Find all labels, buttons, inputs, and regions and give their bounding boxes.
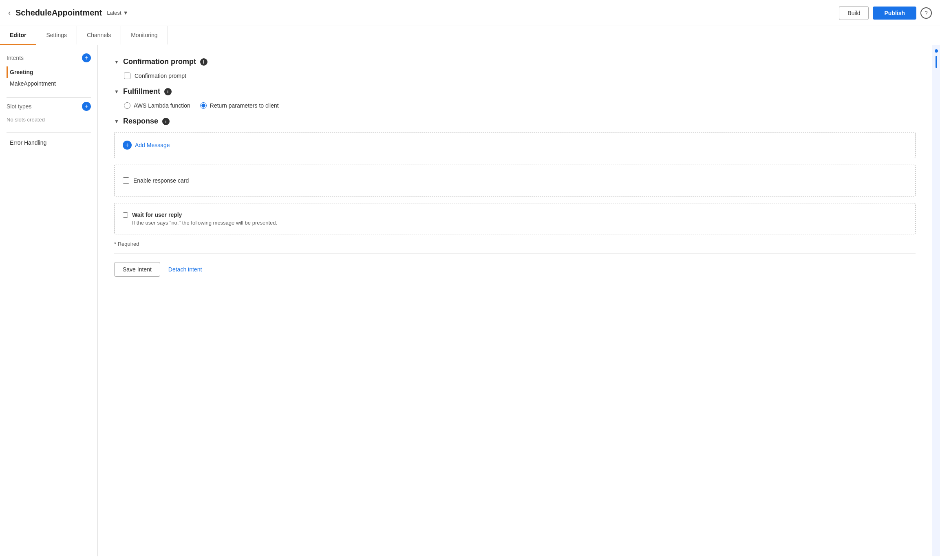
enable-card-checkbox[interactable]: [123, 177, 129, 184]
tab-monitoring[interactable]: Monitoring: [121, 26, 168, 45]
fulfillment-header: ▼ Fulfillment i: [114, 87, 916, 96]
right-sidebar-strip: [932, 45, 940, 556]
content-area: ▼ Confirmation prompt i Confirmation pro…: [98, 45, 932, 556]
confirmation-checkbox-row: Confirmation prompt: [124, 73, 916, 79]
enable-card-box: Enable response card: [114, 165, 916, 196]
confirmation-prompt-title: Confirmation prompt: [123, 57, 196, 66]
fulfillment-info-icon[interactable]: i: [164, 88, 172, 95]
wait-reply-text: Wait for user reply If the user says "no…: [132, 212, 277, 226]
wait-reply-checkbox[interactable]: [123, 212, 128, 218]
tab-channels[interactable]: Channels: [77, 26, 121, 45]
confirmation-checkbox[interactable]: [124, 73, 130, 79]
sidebar-item-error-handling[interactable]: Error Handling: [7, 137, 91, 148]
add-intent-button[interactable]: +: [82, 53, 91, 62]
save-intent-button[interactable]: Save Intent: [114, 262, 160, 277]
response-collapse-arrow[interactable]: ▼: [114, 119, 119, 124]
build-button[interactable]: Build: [839, 6, 869, 20]
add-message-box: + Add Message: [114, 132, 916, 158]
wait-reply-row: Wait for user reply If the user says "no…: [123, 212, 907, 226]
response-header: ▼ Response i: [114, 117, 916, 126]
wait-reply-box: Wait for user reply If the user says "no…: [114, 203, 916, 234]
strip-dot: [935, 49, 938, 53]
header-left: ‹ ScheduleAppointment Latest ▼: [8, 8, 128, 18]
wait-reply-sub: If the user says "no," the following mes…: [132, 220, 277, 226]
lambda-label: AWS Lambda function: [134, 102, 190, 109]
slot-types-label: Slot types: [7, 103, 31, 110]
version-label: Latest: [107, 10, 121, 16]
enable-card-label: Enable response card: [133, 177, 189, 184]
add-message-button[interactable]: + Add Message: [123, 141, 907, 150]
strip-bar: [936, 56, 937, 68]
intents-label: Intents: [7, 55, 24, 61]
publish-button[interactable]: Publish: [873, 7, 916, 20]
back-arrow-icon[interactable]: ‹: [8, 9, 11, 17]
help-icon[interactable]: ?: [920, 7, 932, 19]
fulfillment-collapse-arrow[interactable]: ▼: [114, 89, 119, 95]
confirmation-prompt-header: ▼ Confirmation prompt i: [114, 57, 916, 66]
confirmation-info-icon[interactable]: i: [200, 58, 207, 66]
action-buttons: Save Intent Detach intent: [114, 262, 916, 277]
sidebar: Intents + Greeting MakeAppointment Slot …: [0, 45, 98, 556]
response-info-icon[interactable]: i: [162, 118, 170, 125]
sidebar-divider-1: [7, 97, 91, 98]
response-title: Response: [123, 117, 158, 126]
enable-card-row: Enable response card: [123, 173, 907, 188]
add-slot-type-button[interactable]: +: [82, 102, 91, 111]
return-label: Return parameters to client: [210, 102, 279, 109]
confirmation-collapse-arrow[interactable]: ▼: [114, 59, 119, 65]
add-message-label: Add Message: [135, 142, 170, 148]
header: ‹ ScheduleAppointment Latest ▼ Build Pub…: [0, 0, 940, 26]
lambda-radio-option[interactable]: AWS Lambda function: [124, 102, 190, 109]
app-title: ScheduleAppointment: [15, 8, 102, 18]
chevron-down-icon: ▼: [123, 10, 128, 16]
slot-types-header: Slot types +: [7, 102, 91, 111]
version-badge[interactable]: Latest ▼: [107, 10, 128, 16]
wait-reply-label: Wait for user reply: [132, 212, 277, 218]
header-right: Build Publish ?: [839, 6, 932, 20]
return-radio-option[interactable]: Return parameters to client: [200, 102, 279, 109]
tab-settings[interactable]: Settings: [36, 26, 77, 45]
required-text: * Required: [114, 241, 916, 247]
no-slots-label: No slots created: [7, 115, 91, 124]
tab-editor[interactable]: Editor: [0, 26, 36, 45]
slot-types-section: Slot types + No slots created: [7, 102, 91, 124]
intents-header: Intents +: [7, 53, 91, 62]
sidebar-item-greeting[interactable]: Greeting: [7, 66, 91, 78]
footer-divider: [114, 254, 916, 254]
fulfillment-radio-row: AWS Lambda function Return parameters to…: [124, 102, 916, 109]
sidebar-divider-2: [7, 132, 91, 133]
lambda-radio[interactable]: [124, 102, 130, 109]
tabs-bar: Editor Settings Channels Monitoring: [0, 26, 940, 45]
intents-section: Intents + Greeting MakeAppointment: [7, 53, 91, 89]
sidebar-item-make-appointment[interactable]: MakeAppointment: [7, 78, 91, 89]
add-message-plus-icon: +: [123, 141, 132, 150]
main-layout: Intents + Greeting MakeAppointment Slot …: [0, 45, 940, 556]
confirmation-checkbox-label: Confirmation prompt: [135, 73, 186, 79]
return-radio[interactable]: [200, 102, 207, 109]
fulfillment-title: Fulfillment: [123, 87, 160, 96]
detach-intent-button[interactable]: Detach intent: [168, 266, 202, 273]
